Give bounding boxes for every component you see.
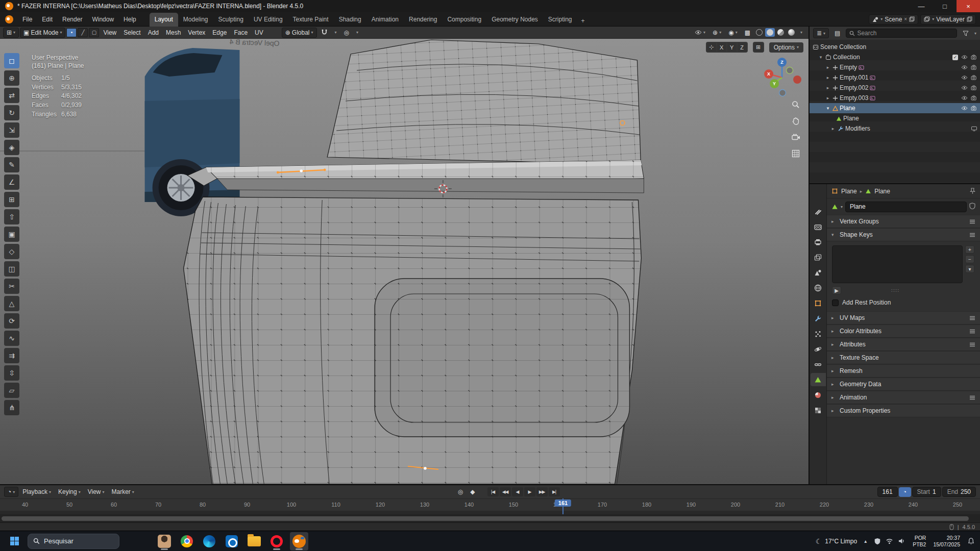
tool-move[interactable]: ⇄ [4,88,19,103]
tab-tool[interactable] [811,205,826,218]
workspace-tab-rendering[interactable]: Rendering [404,13,442,27]
timeline-scrollbar[interactable] [0,514,980,522]
tool-extrude-region[interactable]: ⇧ [4,209,19,224]
menu-select[interactable]: Select [120,28,143,37]
menu-marker[interactable]: Marker▾ [109,487,137,496]
menu-file[interactable]: File [18,14,37,25]
tool-select-box[interactable]: ◻ [4,53,19,68]
shape-keys-list[interactable] [832,245,963,283]
tab-physics[interactable] [811,342,826,356]
scene-selector[interactable]: ▾ Scene × [869,14,918,24]
select-mode-face[interactable]: ▢ [89,28,99,37]
mode-selector[interactable]: ▣ Edit Mode▾ [20,28,65,38]
breadcrumb-data[interactable]: Plane [874,188,890,195]
panel-remesh[interactable]: ▸ Remesh [827,364,980,378]
chevron-down-icon[interactable]: ▾ [974,31,976,36]
workspace-tab-scripting[interactable]: Scripting [543,13,577,27]
panel-menu-icon[interactable] [969,316,975,320]
taskbar-app-blender[interactable] [290,532,308,550]
gizmo-z-negative[interactable] [779,90,786,96]
modifier-display-icon[interactable] [971,126,977,131]
auto-keying-toggle[interactable]: ◎ [455,487,466,496]
tool-rotate[interactable]: ↻ [4,105,19,120]
snap-magnet-toggle[interactable] [318,28,331,37]
security-shield-icon[interactable] [874,538,881,545]
axis-toggle-y[interactable]: Y [727,43,737,52]
disable-in-renders-icon[interactable] [971,95,977,101]
tool-poly-build[interactable]: △ [4,296,19,311]
viewport-canvas[interactable]: Opel Vectra B 4 [0,39,808,484]
object-visibility-dropdown[interactable]: ▾ [692,29,708,36]
viewlayer-selector[interactable]: ▾ ViewLayer [920,14,976,24]
shading-dropdown[interactable]: ▾ [797,29,805,36]
shape-key-specials-menu[interactable]: ▾ [965,265,974,273]
disable-in-renders-icon[interactable] [971,106,977,111]
panel-shape-keys[interactable]: ▾ Shape Keys [827,228,980,241]
mesh-roof[interactable] [327,40,641,164]
workspace-tab-compositing[interactable]: Compositing [442,13,486,27]
keying-set-icon[interactable]: ◆ [467,487,478,496]
orthographic-toggle-icon[interactable] [790,148,801,159]
current-frame-field[interactable]: 161 [877,487,898,497]
blender-menu-icon[interactable] [5,15,13,23]
outliner-row-empty[interactable]: ▸ Empty [810,62,980,72]
disable-in-renders-icon[interactable] [971,85,977,90]
disable-in-renders-icon[interactable] [971,65,977,70]
menu-render[interactable]: Render [58,14,87,25]
hide-in-viewport-icon[interactable] [961,75,968,80]
expand-arrow-icon[interactable]: ▸ [825,95,831,101]
pan-hand-icon[interactable] [790,115,801,127]
panel-texture-space[interactable]: ▸ Texture Space [827,351,980,364]
tool-shrink-fatten[interactable]: ⇳ [4,365,19,381]
menu-window[interactable]: Window [87,14,118,25]
gizmo-x-negative[interactable] [793,76,801,84]
prev-keyframe-button[interactable]: ◀◀ [500,487,511,496]
timeline-tracks[interactable] [0,511,980,514]
workspace-tab-texture-paint[interactable]: Texture Paint [288,13,334,27]
outliner-row-empty-001[interactable]: ▸ Empty.001 [810,72,980,83]
tool-bevel[interactable]: ◇ [4,244,19,259]
menu-view[interactable]: View [100,28,119,37]
panel-menu-icon[interactable] [969,395,975,400]
expand-arrow-icon[interactable]: ▾ [818,55,824,60]
tab-particles[interactable] [811,327,826,340]
tool-shear[interactable]: ▱ [4,383,19,398]
taskbar-app-edge[interactable] [200,532,218,550]
scrollbar-thumb[interactable] [2,516,969,521]
gizmo-y-negative[interactable] [787,67,793,74]
toggle-xray[interactable]: ▩ [742,28,753,37]
shading-rendered[interactable] [787,28,796,37]
tab-object-data[interactable] [811,373,826,386]
menu-keying[interactable]: Keying▾ [55,487,84,496]
tab-world[interactable] [811,281,826,294]
menu-add[interactable]: Add [145,28,162,37]
zoom-icon[interactable] [790,99,801,110]
menu-mesh[interactable]: Mesh [163,28,184,37]
tray-expand-icon[interactable]: ▴ [864,538,867,544]
outliner-row-plane-mesh-data[interactable]: Plane [810,113,980,123]
hide-in-viewport-icon[interactable] [961,85,968,90]
taskbar-app-user-window[interactable] [155,532,174,550]
hide-in-viewport-icon[interactable] [961,106,968,111]
workspace-tab-animation[interactable]: Animation [366,13,404,27]
tool-spin[interactable]: ⟳ [4,313,19,329]
add-workspace-button[interactable]: + [577,15,589,27]
tab-view-layer[interactable] [811,251,826,264]
outliner-row-modifiers[interactable]: ▸ Modifiers [810,123,980,134]
menu-playback[interactable]: Playback▾ [19,487,54,496]
start-button[interactable] [5,532,23,550]
breadcrumb-object[interactable]: Plane [841,188,857,195]
hide-in-viewport-icon[interactable] [961,95,968,101]
timeline-playhead[interactable]: 161 [562,498,564,514]
editor-type-button[interactable]: ⊞▾ [3,28,19,38]
tab-render[interactable] [811,220,826,233]
tool-inset-faces[interactable]: ▣ [4,227,19,242]
outliner-row-collection[interactable]: ▾ Collection ✓ [810,52,980,62]
taskbar-app-chrome[interactable] [178,532,196,550]
panel-menu-icon[interactable] [969,219,975,224]
select-mode-edge[interactable]: ╱ [78,28,88,37]
panel-geometry-data[interactable]: ▸ Geometry Data [827,378,980,391]
shape-key-edit-mode-toggle[interactable]: ▶ [832,286,841,294]
tab-scene[interactable] [811,266,826,279]
timeline-editor-type-button[interactable]: ◔▾ [4,487,18,497]
